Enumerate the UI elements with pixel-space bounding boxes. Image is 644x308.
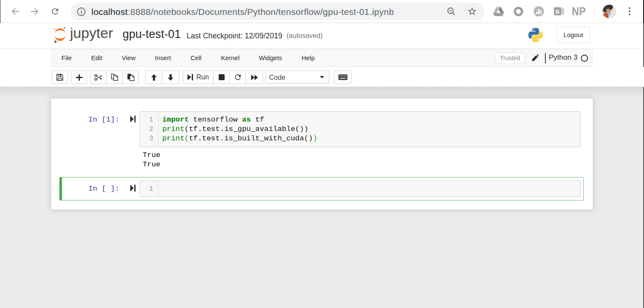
svg-text:B: B: [556, 9, 559, 15]
